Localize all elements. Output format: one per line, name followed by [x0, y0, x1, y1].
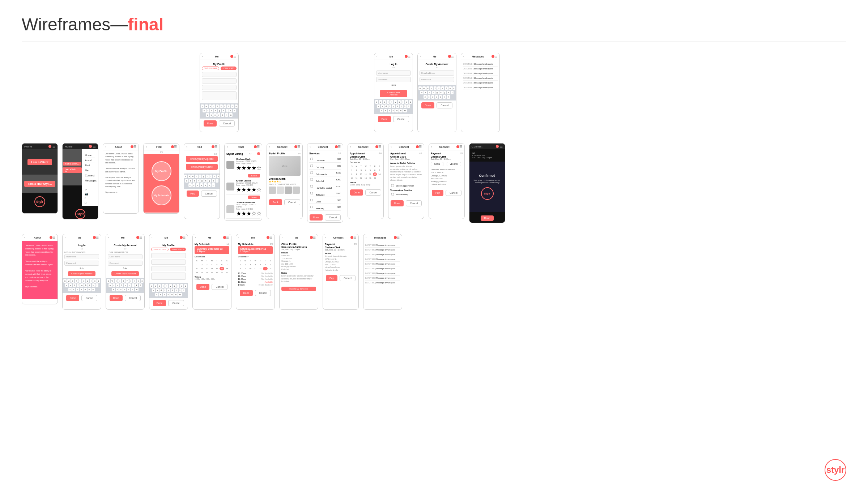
back-to-schedule-button[interactable]: Back to My Schedule	[281, 287, 316, 291]
nav-find[interactable]: Find	[85, 163, 95, 168]
find-zipcode-btn[interactable]: Find Stylist by Zipcode	[186, 156, 218, 162]
cancel-button[interactable]: Cancel	[365, 189, 381, 196]
cancel-button[interactable]: Cancel	[437, 102, 452, 108]
cal-5[interactable]: 5	[368, 168, 373, 172]
cal-20[interactable]: 20	[373, 176, 377, 180]
tab-single-chair-edit[interactable]: SINGLE CHAIR	[151, 248, 168, 251]
input-bio[interactable]	[202, 91, 237, 100]
create-stylist-account-btn[interactable]: Create Stylist Account	[111, 271, 139, 276]
nav-connect[interactable]: Connect	[85, 173, 95, 178]
find-name-btn[interactable]: Find Stylist by Name	[186, 164, 218, 170]
cal-8[interactable]: 8	[350, 172, 354, 176]
cal-9[interactable]: 9	[354, 172, 359, 176]
cancel-button[interactable]: Cancel	[406, 200, 422, 206]
cancel-button[interactable]: Cancel	[219, 120, 235, 127]
menu-icon[interactable]: ☰	[93, 145, 96, 148]
email-field[interactable]: Email address	[420, 70, 454, 76]
cash-option[interactable]: CASH	[431, 162, 443, 166]
cal-12[interactable]: 12	[368, 172, 373, 176]
venmo-option[interactable]: VENMO	[447, 162, 461, 166]
input-specialty[interactable]	[202, 78, 237, 84]
menu-icon[interactable]: ☰	[133, 145, 136, 149]
service-radio-2[interactable]	[310, 164, 313, 167]
cal-6[interactable]: 6	[373, 168, 377, 172]
stylist-button[interactable]: I am a Hair Styli...	[24, 181, 55, 187]
tab-home-visits[interactable]: HOME VISITS	[221, 67, 237, 70]
cal-1[interactable]: 1	[350, 168, 354, 172]
agree-checkbox[interactable]	[391, 184, 394, 187]
menu-icon[interactable]: ☰	[451, 55, 454, 58]
tab-home-visits-edit[interactable]: HOME VISITS	[170, 248, 186, 251]
menu-icon[interactable]: ☰	[494, 55, 497, 58]
service-radio-8[interactable]	[310, 206, 313, 209]
pay-button[interactable]: Pay	[432, 190, 443, 196]
input-price[interactable]	[202, 85, 237, 90]
done-button[interactable]: Done	[391, 200, 404, 206]
cancel-button[interactable]: Cancel	[201, 191, 217, 197]
select-button-1[interactable]: Select	[248, 174, 260, 177]
username-field[interactable]: Username	[64, 254, 99, 259]
cancel-button[interactable]: Cancel	[255, 290, 271, 296]
cal-4[interactable]: 4	[363, 168, 368, 172]
create-client-account-button[interactable]: Create Client Account	[380, 90, 408, 97]
input-name[interactable]	[202, 72, 237, 77]
menu-icon[interactable]: ☰	[183, 236, 186, 239]
done-button[interactable]: Done	[204, 120, 217, 127]
menu-icon[interactable]: ☰	[297, 145, 300, 149]
menu-icon[interactable]: ☰	[353, 236, 356, 239]
password-field[interactable]: Password	[64, 261, 99, 266]
menu-icon[interactable]: ☰	[459, 145, 462, 149]
cancel-button[interactable]: Cancel	[325, 214, 341, 221]
my-schedule-circle[interactable]: My Schedule	[152, 185, 171, 205]
cal-14[interactable]: 14	[377, 172, 382, 176]
done-button[interactable]: Done	[350, 189, 363, 196]
menu-icon[interactable]: ☰	[139, 236, 142, 239]
cal-11[interactable]: 11	[363, 172, 368, 176]
menu-icon[interactable]: ☰	[408, 55, 410, 58]
cal-17[interactable]: 17	[359, 176, 363, 180]
menu-icon[interactable]: ☰	[419, 145, 422, 149]
done-button[interactable]: Done	[310, 214, 323, 221]
menu-icon[interactable]: ☰	[226, 236, 229, 239]
password-field-new[interactable]: Password	[420, 77, 454, 82]
nav-me[interactable]: Me	[85, 168, 95, 173]
cal-13[interactable]: 13	[373, 172, 377, 176]
pay-button-r3[interactable]: Pay	[326, 275, 337, 281]
menu-icon[interactable]: ☰	[96, 236, 99, 239]
create-stylist-button[interactable]: Create Stylist Account	[68, 271, 96, 276]
menu-icon[interactable]: ☰	[338, 145, 341, 149]
menu-icon[interactable]: ☰	[52, 145, 55, 148]
done-button[interactable]: Done	[153, 300, 166, 306]
menu-icon[interactable]: ☰	[233, 55, 236, 58]
cal-2[interactable]: 2	[354, 168, 359, 172]
cancel-button-r3[interactable]: Cancel	[340, 275, 356, 281]
menu-icon[interactable]: ☰	[397, 236, 400, 239]
menu-icon[interactable]: ☰	[313, 236, 316, 239]
cancel-button[interactable]: Cancel	[168, 300, 184, 306]
menu-icon[interactable]: ☰	[174, 145, 177, 149]
cal-18[interactable]: 18	[363, 176, 368, 180]
select-button-2[interactable]: Select	[248, 196, 260, 199]
profile-price-field[interactable]	[151, 266, 186, 271]
cancel-button[interactable]: Cancel	[81, 295, 97, 301]
done-button-confirmed[interactable]: Done	[481, 215, 494, 221]
find-button[interactable]: Find	[187, 191, 199, 197]
stylist-btn[interactable]: I am a Hair St...	[63, 167, 82, 173]
cancel-button[interactable]: Cancel	[393, 116, 409, 122]
menu-icon[interactable]: ☰	[378, 145, 381, 149]
menu-icon[interactable]: ☰	[500, 145, 503, 148]
password-field[interactable]: Password	[376, 77, 411, 82]
user-name-field[interactable]: User name	[108, 254, 142, 259]
done-button[interactable]: Done	[240, 290, 253, 296]
share-icon[interactable]	[257, 152, 260, 155]
cancel-button[interactable]: Cancel	[284, 199, 300, 205]
cancel-button[interactable]: Cancel	[446, 190, 461, 196]
done-button[interactable]: Done	[110, 295, 123, 301]
my-profile-circle[interactable]: My Profile	[152, 161, 171, 181]
tab-single-chair[interactable]: SINGLE CHAIR	[202, 67, 219, 70]
nav-messages[interactable]: Messages	[85, 178, 95, 183]
username-field[interactable]: Username	[376, 70, 411, 76]
client-button[interactable]: I am a Client	[27, 159, 52, 165]
menu-icon[interactable]: ☰	[269, 236, 272, 239]
cancel-button[interactable]: Cancel	[212, 284, 227, 290]
